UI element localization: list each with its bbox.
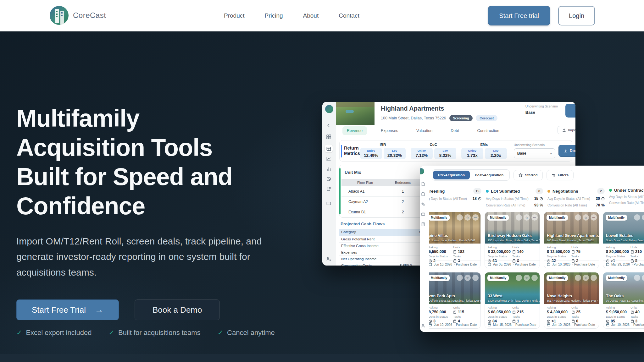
asking-value: $ 32,000,000 [488,250,512,254]
building-icon[interactable] [421,222,425,226]
avg-days-value: 18 [473,196,477,201]
days-label: Days in Status [488,255,512,258]
nav-about[interactable]: About [303,12,319,19]
nav-pricing[interactable]: Pricing [264,12,283,19]
ellipsis-icon[interactable]: ⋯ [591,214,597,221]
purchase-date-row: Mar 29, 2026 - Purchase Date [603,261,644,268]
model-table-icon[interactable] [325,145,333,152]
avatar-icon[interactable] [575,214,581,221]
line-chart-icon[interactable] [326,156,331,161]
star-icon[interactable]: ☆ [642,275,644,281]
property-photo: Multifamily ☆⋯ 33 West 6300 Southwest 24… [485,272,540,304]
conversion-row: Conversion Rate (All Time) 93% [486,203,543,207]
property-photo: Multifamily ☆⋯ Highland Grove Apartments… [544,212,599,244]
import-button[interactable]: Import [558,126,575,134]
units-icon [512,250,516,254]
start-free-trial-button-hero[interactable]: Start Free Trial → [16,299,119,320]
tab-pre-acquisition[interactable]: Pre-Acquisition [433,171,470,179]
avg-days-row: Avg Days in Status (All Time) [609,195,644,199]
starred-filter-button[interactable]: Starred [514,170,542,180]
conversion-value: 70 [596,203,600,207]
avatar-icon[interactable] [457,214,463,221]
avg-days-value: 30 [596,196,600,201]
avatar-icon[interactable] [634,214,640,221]
ellipsis-icon[interactable]: ⋯ [531,214,538,221]
tab-revenue[interactable]: Revenue [342,126,367,135]
ellipsis-icon[interactable]: ⋯ [472,214,479,221]
star-icon[interactable]: ☆ [583,214,589,221]
purchase-date-suffix: - Purchase Date [513,263,536,266]
deal-name: von Park Apts [429,294,455,298]
bar-chart-icon[interactable] [326,167,331,171]
asking-label: Asking [547,306,571,309]
document-icon[interactable] [421,182,425,186]
ellipsis-icon[interactable]: ⋯ [591,275,597,281]
filters-button[interactable]: Filters [547,170,574,180]
external-link-icon[interactable] [326,187,331,191]
units-value: 182 [458,250,464,254]
clipboard-icon[interactable] [421,192,425,196]
units-label: Units [630,245,644,249]
tab-debt[interactable]: Debt [446,126,463,135]
window-action-button[interactable] [565,104,575,118]
percent-icon[interactable] [421,202,425,206]
units-label: Units [512,306,537,309]
pie-chart-icon[interactable] [326,177,331,181]
tab-construction[interactable]: Construction [473,126,504,135]
tab-valuation[interactable]: Valuation [412,126,437,135]
metric-box: Lev20.32% [384,148,406,159]
start-free-trial-button-top[interactable]: Start Free trial [488,6,550,25]
dashboard-grid-icon[interactable] [326,134,331,139]
deal-card[interactable]: Multifamily ☆⋯ The Oaks 30 Desoto Place,… [603,272,644,329]
conversion-row: Conversion Rate (All Time) [609,201,644,205]
avatar-icon[interactable] [457,275,463,281]
deal-card[interactable]: Multifamily ☆⋯ Birchway Hudson Oaks 150 … [485,212,540,268]
user-icon[interactable] [421,324,425,328]
pipeline-filter-row: Pre-Acquisition Post-Acquisition Starred… [429,166,644,184]
deal-card[interactable]: Multifamily ☆⋯ Highland Grove Apartments… [544,212,599,268]
card-icon[interactable] [421,212,425,216]
tab-expenses[interactable]: Expenses [376,126,402,135]
star-icon[interactable]: ☆ [464,275,471,281]
star-icon[interactable]: ☆ [524,214,530,221]
ellipsis-icon[interactable]: ⋯ [472,275,479,281]
book-a-demo-button[interactable]: Book a Demo [135,299,220,320]
metric-value: 8.32% [434,153,456,158]
status-badge[interactable]: Screening [449,115,473,121]
user-settings-icon[interactable] [326,256,331,261]
filter-sliders-icon [552,173,556,177]
tasks-label: Tasks [571,315,596,318]
nav-product[interactable]: Product [224,12,244,19]
star-icon[interactable]: ☆ [524,275,530,281]
star-icon[interactable]: ☆ [464,214,471,221]
avatar-icon[interactable] [516,275,522,281]
login-button[interactable]: Login [558,6,595,25]
import-label: Import [568,128,575,132]
stage-loi-submitted: LOI Submitted 8 Avg Days in Status (All … [486,188,547,207]
benefit-item: ✓ Excel export included [16,329,92,337]
star-icon[interactable]: ☆ [642,214,644,221]
corecast-logo-icon [420,168,424,174]
star-icon[interactable]: ☆ [583,275,589,281]
deal-card[interactable]: Multifamily ☆⋯ 33 West 6300 Southwest 24… [485,272,540,329]
purchase-date-row: Apr 05, 2026 - Purchase Date [485,261,540,268]
panel-card-icon[interactable] [326,201,331,206]
avatar-icon[interactable] [516,214,522,221]
stage-label: LOI Submitted [491,189,520,194]
collapse-sidebar-icon[interactable] [326,123,331,128]
deal-card[interactable]: Multifamily ☆⋯ Nova Heights 8517 Horizon… [544,272,599,329]
deal-name: Nova Heights [547,294,572,298]
return-metrics-title: Return Metrics [344,145,360,156]
avatar-icon[interactable] [634,275,640,281]
avatar-icon[interactable] [575,275,581,281]
ellipsis-icon[interactable]: ⋯ [531,275,538,281]
deal-card[interactable]: Multifamily ☆⋯ Lowell Estates South Driv… [603,212,644,268]
nav-contact[interactable]: Contact [339,12,359,19]
scenario-dropdown[interactable]: Base ▾ [514,148,555,158]
tab-post-acquisition[interactable]: Post-Acquisition [470,171,508,179]
deal-card[interactable]: Multifamily ☆⋯ von Park Apts Dufferin St… [429,272,481,329]
brand-logo[interactable]: CoreCast [50,6,106,25]
download-model-button[interactable]: Download Mod [558,145,575,157]
units-icon [453,250,457,254]
deal-card[interactable]: Multifamily ☆⋯ pine Villas 7 Horizon Lan… [429,212,481,268]
